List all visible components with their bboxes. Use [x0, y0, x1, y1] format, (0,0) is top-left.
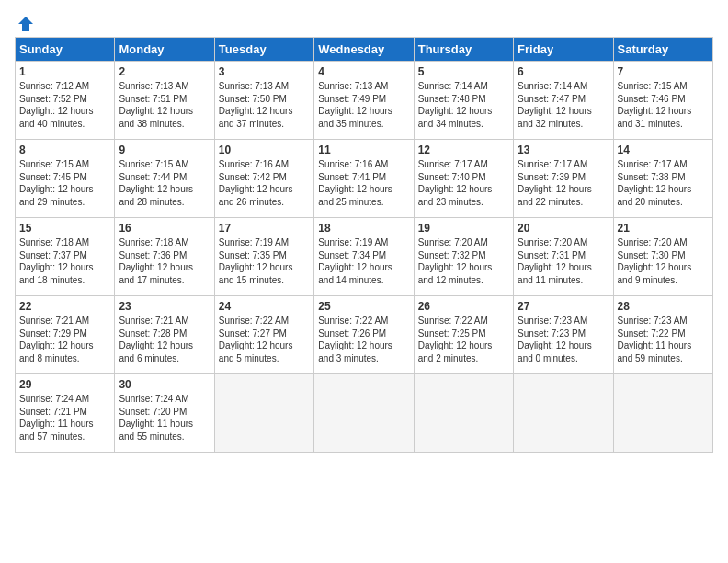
day-number: 21: [618, 222, 709, 235]
calendar-cell: 14Sunrise: 7:17 AM Sunset: 7:38 PM Dayli…: [613, 140, 712, 218]
day-number: 1: [19, 65, 110, 78]
day-info: Sunrise: 7:16 AM Sunset: 7:42 PM Dayligh…: [219, 158, 310, 208]
day-number: 10: [219, 144, 310, 156]
calendar-week-row: 22Sunrise: 7:21 AM Sunset: 7:29 PM Dayli…: [16, 296, 713, 374]
calendar-cell: 16Sunrise: 7:18 AM Sunset: 7:36 PM Dayli…: [115, 218, 214, 296]
day-info: Sunrise: 7:22 AM Sunset: 7:26 PM Dayligh…: [318, 315, 409, 364]
day-number: 20: [518, 222, 609, 235]
calendar-cell: 12Sunrise: 7:17 AM Sunset: 7:40 PM Dayli…: [414, 140, 513, 218]
calendar-cell: [514, 374, 613, 453]
calendar-week-row: 1Sunrise: 7:12 AM Sunset: 7:52 PM Daylig…: [16, 62, 713, 140]
calendar-cell: 23Sunrise: 7:21 AM Sunset: 7:28 PM Dayli…: [115, 296, 214, 374]
day-info: Sunrise: 7:20 AM Sunset: 7:32 PM Dayligh…: [418, 236, 509, 286]
day-info: Sunrise: 7:18 AM Sunset: 7:37 PM Dayligh…: [19, 236, 110, 286]
day-number: 30: [119, 378, 210, 391]
day-info: Sunrise: 7:13 AM Sunset: 7:51 PM Dayligh…: [119, 80, 210, 130]
calendar-cell: 26Sunrise: 7:22 AM Sunset: 7:25 PM Dayli…: [414, 296, 513, 374]
day-info: Sunrise: 7:15 AM Sunset: 7:46 PM Dayligh…: [618, 80, 709, 130]
calendar-cell: 18Sunrise: 7:19 AM Sunset: 7:34 PM Dayli…: [314, 218, 414, 296]
calendar-week-row: 29Sunrise: 7:24 AM Sunset: 7:21 PM Dayli…: [16, 374, 713, 453]
day-info: Sunrise: 7:17 AM Sunset: 7:39 PM Dayligh…: [518, 158, 609, 208]
day-info: Sunrise: 7:21 AM Sunset: 7:29 PM Dayligh…: [19, 315, 110, 364]
calendar-cell: 4Sunrise: 7:13 AM Sunset: 7:49 PM Daylig…: [314, 62, 414, 140]
day-number: 9: [119, 144, 210, 156]
calendar-cell: 17Sunrise: 7:19 AM Sunset: 7:35 PM Dayli…: [214, 218, 313, 296]
calendar-cell: 9Sunrise: 7:15 AM Sunset: 7:44 PM Daylig…: [115, 140, 214, 218]
day-info: Sunrise: 7:22 AM Sunset: 7:27 PM Dayligh…: [219, 315, 310, 364]
day-info: Sunrise: 7:14 AM Sunset: 7:47 PM Dayligh…: [518, 80, 609, 130]
day-info: Sunrise: 7:16 AM Sunset: 7:41 PM Dayligh…: [318, 158, 409, 208]
day-info: Sunrise: 7:19 AM Sunset: 7:35 PM Dayligh…: [219, 236, 310, 286]
day-info: Sunrise: 7:23 AM Sunset: 7:23 PM Dayligh…: [518, 315, 609, 364]
calendar-cell: 11Sunrise: 7:16 AM Sunset: 7:41 PM Dayli…: [314, 140, 414, 218]
day-number: 8: [19, 144, 110, 156]
day-number: 14: [618, 144, 709, 156]
day-info: Sunrise: 7:13 AM Sunset: 7:49 PM Dayligh…: [318, 80, 409, 130]
day-info: Sunrise: 7:17 AM Sunset: 7:40 PM Dayligh…: [418, 158, 509, 208]
calendar-cell: 21Sunrise: 7:20 AM Sunset: 7:30 PM Dayli…: [613, 218, 712, 296]
day-number: 3: [219, 65, 310, 78]
calendar-cell: 5Sunrise: 7:14 AM Sunset: 7:48 PM Daylig…: [414, 62, 513, 140]
calendar-cell: [613, 374, 712, 453]
day-info: Sunrise: 7:13 AM Sunset: 7:50 PM Dayligh…: [219, 80, 310, 130]
calendar-cell: [414, 374, 513, 453]
weekday-header-saturday: Saturday: [613, 38, 712, 62]
day-info: Sunrise: 7:22 AM Sunset: 7:25 PM Dayligh…: [418, 315, 509, 364]
calendar-cell: 3Sunrise: 7:13 AM Sunset: 7:50 PM Daylig…: [214, 62, 313, 140]
calendar-cell: 24Sunrise: 7:22 AM Sunset: 7:27 PM Dayli…: [214, 296, 313, 374]
logo: [15, 15, 37, 29]
weekday-header-row: SundayMondayTuesdayWednesdayThursdayFrid…: [16, 38, 713, 62]
calendar-cell: 1Sunrise: 7:12 AM Sunset: 7:52 PM Daylig…: [16, 62, 115, 140]
day-number: 18: [318, 222, 409, 235]
calendar-cell: 7Sunrise: 7:15 AM Sunset: 7:46 PM Daylig…: [613, 62, 712, 140]
day-info: Sunrise: 7:20 AM Sunset: 7:30 PM Dayligh…: [618, 236, 709, 286]
day-number: 11: [318, 144, 409, 156]
day-info: Sunrise: 7:19 AM Sunset: 7:34 PM Dayligh…: [318, 236, 409, 286]
calendar-cell: 29Sunrise: 7:24 AM Sunset: 7:21 PM Dayli…: [16, 374, 115, 453]
day-number: 25: [318, 300, 409, 313]
day-number: 26: [418, 300, 509, 313]
weekday-header-tuesday: Tuesday: [214, 38, 313, 62]
calendar-table: SundayMondayTuesdayWednesdayThursdayFrid…: [15, 37, 713, 453]
logo-icon: [17, 15, 35, 33]
calendar-week-row: 15Sunrise: 7:18 AM Sunset: 7:37 PM Dayli…: [16, 218, 713, 296]
calendar-cell: 20Sunrise: 7:20 AM Sunset: 7:31 PM Dayli…: [514, 218, 613, 296]
day-number: 22: [19, 300, 110, 313]
day-number: 2: [119, 65, 210, 78]
day-number: 15: [19, 222, 110, 235]
day-info: Sunrise: 7:17 AM Sunset: 7:38 PM Dayligh…: [618, 158, 709, 208]
weekday-header-friday: Friday: [514, 38, 613, 62]
calendar-cell: [314, 374, 414, 453]
day-info: Sunrise: 7:14 AM Sunset: 7:48 PM Dayligh…: [418, 80, 509, 130]
calendar-cell: [214, 374, 313, 453]
svg-marker-0: [18, 17, 33, 31]
day-info: Sunrise: 7:20 AM Sunset: 7:31 PM Dayligh…: [518, 236, 609, 286]
day-info: Sunrise: 7:24 AM Sunset: 7:21 PM Dayligh…: [19, 393, 110, 442]
calendar-cell: 8Sunrise: 7:15 AM Sunset: 7:45 PM Daylig…: [16, 140, 115, 218]
calendar-cell: 30Sunrise: 7:24 AM Sunset: 7:20 PM Dayli…: [115, 374, 214, 453]
day-number: 7: [618, 65, 709, 78]
day-number: 16: [119, 222, 210, 235]
day-number: 12: [418, 144, 509, 156]
weekday-header-wednesday: Wednesday: [314, 38, 414, 62]
calendar-cell: 27Sunrise: 7:23 AM Sunset: 7:23 PM Dayli…: [514, 296, 613, 374]
calendar-cell: 15Sunrise: 7:18 AM Sunset: 7:37 PM Dayli…: [16, 218, 115, 296]
calendar-week-row: 8Sunrise: 7:15 AM Sunset: 7:45 PM Daylig…: [16, 140, 713, 218]
day-info: Sunrise: 7:12 AM Sunset: 7:52 PM Dayligh…: [19, 80, 110, 130]
day-info: Sunrise: 7:15 AM Sunset: 7:45 PM Dayligh…: [19, 158, 110, 208]
day-number: 19: [418, 222, 509, 235]
weekday-header-sunday: Sunday: [16, 38, 115, 62]
day-info: Sunrise: 7:15 AM Sunset: 7:44 PM Dayligh…: [119, 158, 210, 208]
calendar-cell: 10Sunrise: 7:16 AM Sunset: 7:42 PM Dayli…: [214, 140, 313, 218]
day-number: 23: [119, 300, 210, 313]
calendar-cell: 25Sunrise: 7:22 AM Sunset: 7:26 PM Dayli…: [314, 296, 414, 374]
day-number: 24: [219, 300, 310, 313]
day-info: Sunrise: 7:23 AM Sunset: 7:22 PM Dayligh…: [618, 315, 709, 364]
calendar-cell: 28Sunrise: 7:23 AM Sunset: 7:22 PM Dayli…: [613, 296, 712, 374]
weekday-header-monday: Monday: [115, 38, 214, 62]
calendar-cell: 13Sunrise: 7:17 AM Sunset: 7:39 PM Dayli…: [514, 140, 613, 218]
day-info: Sunrise: 7:21 AM Sunset: 7:28 PM Dayligh…: [119, 315, 210, 364]
day-info: Sunrise: 7:24 AM Sunset: 7:20 PM Dayligh…: [119, 393, 210, 442]
day-number: 13: [518, 144, 609, 156]
day-number: 17: [219, 222, 310, 235]
